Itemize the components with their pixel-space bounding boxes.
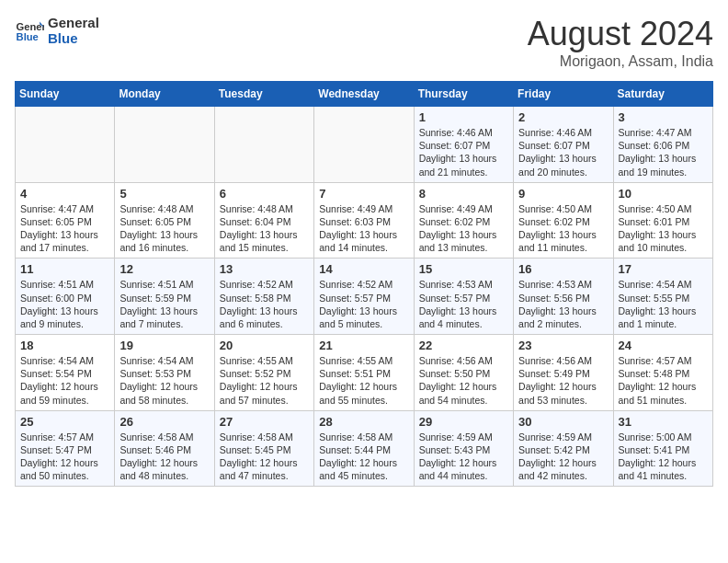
day-number: 28 [319, 415, 408, 429]
day-info: Sunrise: 5:00 AM Sunset: 5:41 PM Dayligh… [619, 431, 708, 483]
column-header-monday: Monday [115, 82, 214, 107]
calendar-week-row: 11Sunrise: 4:51 AM Sunset: 6:00 PM Dayli… [16, 259, 713, 335]
day-number: 1 [419, 110, 508, 124]
day-info: Sunrise: 4:53 AM Sunset: 5:56 PM Dayligh… [518, 278, 608, 330]
day-info: Sunrise: 4:59 AM Sunset: 5:43 PM Dayligh… [419, 431, 508, 483]
logo-blue: Blue [48, 30, 99, 46]
calendar-cell: 22Sunrise: 4:56 AM Sunset: 5:50 PM Dayli… [414, 335, 513, 411]
calendar-cell [16, 107, 115, 183]
day-number: 23 [518, 339, 608, 352]
day-info: Sunrise: 4:52 AM Sunset: 5:57 PM Dayligh… [319, 278, 408, 330]
calendar-cell: 28Sunrise: 4:58 AM Sunset: 5:44 PM Dayli… [314, 410, 414, 487]
calendar-cell [115, 107, 214, 183]
calendar-cell: 13Sunrise: 4:52 AM Sunset: 5:58 PM Dayli… [214, 259, 313, 335]
day-number: 9 [518, 187, 608, 201]
day-info: Sunrise: 4:49 AM Sunset: 6:02 PM Dayligh… [419, 202, 508, 255]
day-number: 21 [319, 339, 408, 352]
calendar-cell: 4Sunrise: 4:47 AM Sunset: 6:05 PM Daylig… [16, 182, 115, 259]
day-info: Sunrise: 4:58 AM Sunset: 5:46 PM Dayligh… [119, 431, 209, 483]
calendar-cell: 10Sunrise: 4:50 AM Sunset: 6:01 PM Dayli… [613, 182, 712, 259]
calendar-cell: 25Sunrise: 4:57 AM Sunset: 5:47 PM Dayli… [16, 410, 115, 487]
calendar-cell [214, 107, 313, 183]
calendar-cell: 5Sunrise: 4:48 AM Sunset: 6:05 PM Daylig… [115, 182, 214, 259]
day-info: Sunrise: 4:46 AM Sunset: 6:07 PM Dayligh… [518, 126, 608, 178]
calendar-week-row: 1Sunrise: 4:46 AM Sunset: 6:07 PM Daylig… [16, 107, 713, 183]
column-header-saturday: Saturday [613, 82, 712, 107]
calendar-cell: 17Sunrise: 4:54 AM Sunset: 5:55 PM Dayli… [613, 259, 712, 335]
day-number: 30 [518, 415, 608, 429]
day-number: 19 [119, 339, 209, 352]
day-info: Sunrise: 4:56 AM Sunset: 5:50 PM Dayligh… [419, 354, 508, 407]
calendar-cell [314, 107, 414, 183]
svg-text:Blue: Blue [17, 31, 39, 42]
calendar-cell: 30Sunrise: 4:59 AM Sunset: 5:42 PM Dayli… [514, 410, 613, 487]
day-number: 16 [518, 262, 608, 276]
calendar-cell: 7Sunrise: 4:49 AM Sunset: 6:03 PM Daylig… [314, 182, 414, 259]
day-number: 27 [220, 415, 309, 429]
day-number: 13 [220, 262, 309, 276]
calendar-cell: 23Sunrise: 4:56 AM Sunset: 5:49 PM Dayli… [514, 335, 613, 411]
calendar-table: SundayMondayTuesdayWednesdayThursdayFrid… [15, 81, 713, 487]
day-number: 29 [419, 415, 508, 429]
day-number: 3 [619, 110, 708, 124]
day-info: Sunrise: 4:54 AM Sunset: 5:54 PM Dayligh… [20, 354, 109, 407]
day-info: Sunrise: 4:51 AM Sunset: 5:59 PM Dayligh… [119, 278, 209, 330]
day-info: Sunrise: 4:46 AM Sunset: 6:07 PM Dayligh… [419, 126, 508, 178]
title-block: August 2024 Morigaon, Assam, India [528, 15, 713, 70]
page-header: General Blue General Blue August 2024 Mo… [15, 15, 713, 70]
calendar-cell: 16Sunrise: 4:53 AM Sunset: 5:56 PM Dayli… [514, 259, 613, 335]
day-number: 31 [619, 415, 708, 429]
day-number: 8 [419, 187, 508, 201]
month-title: August 2024 [528, 15, 713, 53]
calendar-cell: 14Sunrise: 4:52 AM Sunset: 5:57 PM Dayli… [314, 259, 414, 335]
day-info: Sunrise: 4:48 AM Sunset: 6:05 PM Dayligh… [119, 202, 209, 255]
column-header-tuesday: Tuesday [214, 82, 313, 107]
day-number: 6 [220, 187, 309, 201]
calendar-cell: 12Sunrise: 4:51 AM Sunset: 5:59 PM Dayli… [115, 259, 214, 335]
calendar-cell: 27Sunrise: 4:58 AM Sunset: 5:45 PM Dayli… [214, 410, 313, 487]
day-info: Sunrise: 4:51 AM Sunset: 6:00 PM Dayligh… [20, 278, 109, 330]
calendar-week-row: 18Sunrise: 4:54 AM Sunset: 5:54 PM Dayli… [16, 335, 713, 411]
day-info: Sunrise: 4:58 AM Sunset: 5:45 PM Dayligh… [220, 431, 309, 483]
day-number: 4 [20, 187, 109, 201]
day-number: 20 [220, 339, 309, 352]
day-number: 25 [20, 415, 109, 429]
calendar-cell: 11Sunrise: 4:51 AM Sunset: 6:00 PM Dayli… [16, 259, 115, 335]
calendar-cell: 20Sunrise: 4:55 AM Sunset: 5:52 PM Dayli… [214, 335, 313, 411]
logo-general: General [48, 15, 99, 30]
day-info: Sunrise: 4:56 AM Sunset: 5:49 PM Dayligh… [518, 354, 608, 407]
column-header-wednesday: Wednesday [314, 82, 414, 107]
calendar-cell: 2Sunrise: 4:46 AM Sunset: 6:07 PM Daylig… [514, 107, 613, 183]
day-number: 15 [419, 262, 508, 276]
day-number: 7 [319, 187, 408, 201]
calendar-cell: 15Sunrise: 4:53 AM Sunset: 5:57 PM Dayli… [414, 259, 513, 335]
calendar-cell: 29Sunrise: 4:59 AM Sunset: 5:43 PM Dayli… [414, 410, 513, 487]
day-number: 26 [119, 415, 209, 429]
day-number: 18 [20, 339, 109, 352]
calendar-cell: 18Sunrise: 4:54 AM Sunset: 5:54 PM Dayli… [16, 335, 115, 411]
day-number: 5 [119, 187, 209, 201]
day-number: 17 [619, 262, 708, 276]
day-info: Sunrise: 4:50 AM Sunset: 6:02 PM Dayligh… [518, 202, 608, 255]
calendar-cell: 21Sunrise: 4:55 AM Sunset: 5:51 PM Dayli… [314, 335, 414, 411]
day-number: 2 [518, 110, 608, 124]
day-info: Sunrise: 4:47 AM Sunset: 6:05 PM Dayligh… [20, 202, 109, 255]
day-info: Sunrise: 4:47 AM Sunset: 6:06 PM Dayligh… [619, 126, 708, 178]
day-info: Sunrise: 4:55 AM Sunset: 5:51 PM Dayligh… [319, 354, 408, 407]
day-number: 10 [619, 187, 708, 201]
day-number: 24 [619, 339, 708, 352]
day-info: Sunrise: 4:57 AM Sunset: 5:48 PM Dayligh… [619, 354, 708, 407]
calendar-cell: 24Sunrise: 4:57 AM Sunset: 5:48 PM Dayli… [613, 335, 712, 411]
calendar-week-row: 4Sunrise: 4:47 AM Sunset: 6:05 PM Daylig… [16, 182, 713, 259]
day-number: 14 [319, 262, 408, 276]
day-info: Sunrise: 4:57 AM Sunset: 5:47 PM Dayligh… [20, 431, 109, 483]
day-info: Sunrise: 4:49 AM Sunset: 6:03 PM Dayligh… [319, 202, 408, 255]
day-info: Sunrise: 4:55 AM Sunset: 5:52 PM Dayligh… [220, 354, 309, 407]
day-info: Sunrise: 4:48 AM Sunset: 6:04 PM Dayligh… [220, 202, 309, 255]
column-header-thursday: Thursday [414, 82, 513, 107]
day-info: Sunrise: 4:59 AM Sunset: 5:42 PM Dayligh… [518, 431, 608, 483]
logo: General Blue General Blue [15, 15, 99, 46]
calendar-cell: 9Sunrise: 4:50 AM Sunset: 6:02 PM Daylig… [514, 182, 613, 259]
day-number: 12 [119, 262, 209, 276]
calendar-week-row: 25Sunrise: 4:57 AM Sunset: 5:47 PM Dayli… [16, 410, 713, 487]
